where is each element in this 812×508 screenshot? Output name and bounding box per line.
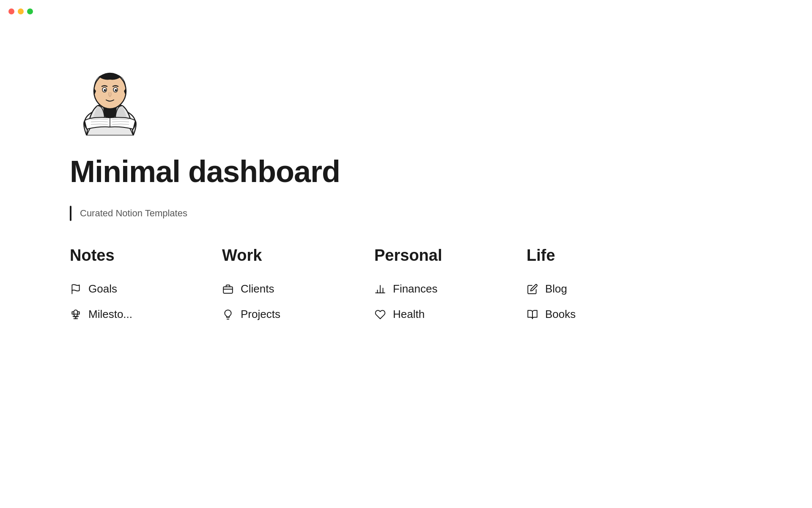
- column-life-items: Blog Books: [527, 276, 645, 327]
- lightbulb-icon: [222, 309, 234, 320]
- svg-point-5: [104, 89, 106, 91]
- item-projects[interactable]: Projects: [222, 302, 340, 327]
- column-life: Life Blog: [527, 246, 645, 327]
- maximize-button[interactable]: [27, 8, 33, 14]
- item-books-label: Books: [545, 308, 576, 321]
- item-health-label: Health: [393, 308, 425, 321]
- bar-chart-icon: [374, 283, 386, 295]
- book-icon: [527, 309, 538, 320]
- subtitle-border-bar: [70, 206, 71, 221]
- item-books[interactable]: Books: [527, 302, 645, 327]
- item-finances[interactable]: Finances: [374, 276, 493, 302]
- page-title: Minimal dashboard: [70, 154, 812, 189]
- item-goals-label: Goals: [88, 282, 117, 295]
- minimize-button[interactable]: [18, 8, 24, 14]
- column-notes: Notes Goals: [70, 246, 188, 327]
- item-blog[interactable]: Blog: [527, 276, 645, 302]
- column-work-items: Clients Projects: [222, 276, 340, 327]
- traffic-lights: [8, 8, 33, 14]
- item-clients[interactable]: Clients: [222, 276, 340, 302]
- column-personal-items: Finances Health: [374, 276, 493, 327]
- subtitle-block: Curated Notion Templates: [70, 206, 812, 221]
- item-projects-label: Projects: [241, 308, 280, 321]
- item-milestones[interactable]: Milesto...: [70, 302, 188, 327]
- briefcase-icon: [222, 283, 234, 295]
- item-milestones-label: Milesto...: [88, 308, 132, 321]
- column-work-header: Work: [222, 246, 340, 265]
- flag-icon: [70, 283, 82, 295]
- column-notes-items: Goals Milesto...: [70, 276, 188, 327]
- column-work: Work Clients: [222, 246, 340, 327]
- item-finances-label: Finances: [393, 282, 438, 295]
- avatar-illustration: [70, 51, 812, 137]
- item-goals[interactable]: Goals: [70, 276, 188, 302]
- main-content: Minimal dashboard Curated Notion Templat…: [0, 0, 812, 327]
- edit-icon: [527, 283, 538, 295]
- dashboard-grid: Notes Goals: [70, 246, 812, 327]
- trophy-icon: [70, 309, 82, 320]
- column-life-header: Life: [527, 246, 645, 265]
- subtitle-text: Curated Notion Templates: [80, 208, 187, 219]
- svg-point-6: [115, 89, 117, 91]
- column-personal: Personal Finances: [374, 246, 493, 327]
- column-personal-header: Personal: [374, 246, 493, 265]
- item-health[interactable]: Health: [374, 302, 493, 327]
- column-notes-header: Notes: [70, 246, 188, 265]
- heart-icon: [374, 309, 386, 320]
- item-blog-label: Blog: [545, 282, 567, 295]
- item-clients-label: Clients: [241, 282, 274, 295]
- svg-rect-9: [223, 287, 233, 293]
- close-button[interactable]: [8, 8, 14, 14]
